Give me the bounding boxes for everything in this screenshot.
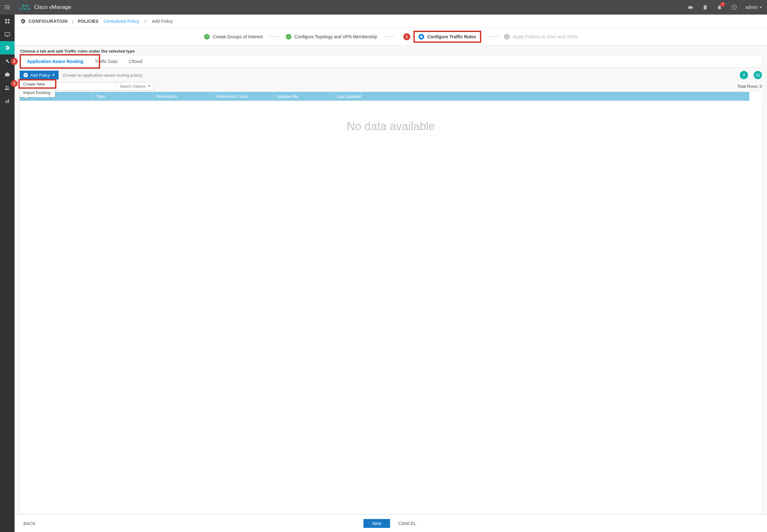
sidebar-item-monitor[interactable]	[0, 28, 15, 41]
breadcrumb-current: Add Policy	[152, 19, 173, 24]
dropdown-create-new[interactable]: Create New	[20, 80, 55, 88]
th-description[interactable]: Description	[153, 92, 213, 101]
th-type[interactable]: Type	[92, 92, 153, 101]
policy-table: Name Type Description Reference Count Up…	[20, 92, 762, 514]
svg-rect-0	[4, 5, 10, 6]
cancel-button[interactable]: CANCEL	[397, 521, 419, 526]
gear-icon	[20, 18, 26, 24]
tab-traffic-data[interactable]: Traffic Data	[89, 56, 123, 67]
sidebar-item-dashboard[interactable]	[0, 15, 15, 28]
svg-rect-18	[756, 75, 760, 75]
callout-2: 2	[11, 58, 18, 65]
content-area: CONFIGURATION | POLICIES Centralized Pol…	[15, 15, 767, 532]
caret-down-icon	[759, 7, 762, 8]
tab-application-aware-routing[interactable]: Application Aware Routing	[21, 56, 89, 67]
cloud-icon[interactable]	[687, 4, 694, 10]
tab-cflowd[interactable]: Cflowd	[123, 56, 148, 67]
svg-rect-4	[8, 19, 10, 21]
total-rows-label: Total Rows: 0	[737, 84, 762, 89]
th-updated-by[interactable]: Updated By	[273, 92, 333, 101]
search-row: Search Options Total Rows: 0	[15, 79, 767, 92]
svg-rect-1	[4, 7, 10, 8]
svg-point-10	[8, 86, 9, 88]
svg-point-16	[506, 36, 507, 37]
th-last-updated[interactable]: Last Updated	[333, 92, 749, 101]
bell-icon[interactable]: 7	[716, 4, 723, 10]
search-options-toggle[interactable]: Search Options	[116, 82, 154, 90]
svg-rect-11	[5, 101, 6, 103]
svg-rect-13	[8, 99, 9, 103]
product-name: Cisco vManage	[34, 4, 71, 10]
toolbar-hint: (Create an application-aware routing pol…	[62, 73, 142, 78]
check-icon	[286, 34, 291, 40]
svg-rect-7	[5, 33, 10, 36]
th-scroll-gutter	[749, 92, 762, 101]
caret-down-icon	[52, 74, 55, 76]
sidebar-item-analytics[interactable]	[0, 94, 15, 108]
back-button[interactable]: BACK	[23, 521, 35, 526]
wizard-step-1[interactable]: Create Groups of Interest	[204, 34, 263, 40]
svg-rect-2	[4, 9, 10, 9]
add-policy-button[interactable]: + Add Policy	[20, 71, 59, 79]
svg-rect-17	[756, 74, 760, 74]
wizard-steps: Create Groups of Interest Configure Topo…	[15, 28, 767, 46]
hamburger-menu[interactable]	[0, 0, 15, 15]
dropdown-import-existing[interactable]: Import Existing	[20, 88, 55, 97]
pending-step-icon	[504, 34, 510, 40]
wizard-step-3[interactable]: Configure Traffic Rules	[414, 31, 481, 43]
current-step-icon	[419, 34, 424, 40]
add-policy-dropdown: Create New Import Existing	[20, 79, 55, 97]
svg-rect-3	[5, 19, 7, 21]
breadcrumb-sep: >	[144, 19, 147, 24]
left-sidebar	[0, 0, 15, 532]
sidebar-item-configuration[interactable]	[0, 41, 15, 54]
refresh-button[interactable]	[740, 71, 748, 79]
caret-down-icon	[148, 85, 150, 87]
page-header: CONFIGURATION | POLICIES Centralized Pol…	[15, 15, 767, 28]
wizard-step-2[interactable]: Configure Topology and VPN Membership	[286, 34, 377, 40]
topbar: ·ı|ı·ı|ı· cisco Cisco vManage 7 ?	[15, 0, 767, 15]
traffic-rules-tabs: Application Aware Routing Traffic Data C…	[20, 55, 762, 67]
next-button[interactable]: Next	[363, 519, 390, 528]
svg-text:?: ?	[733, 6, 735, 9]
policy-toolbar: + Add Policy 3 Create New Import Existin…	[15, 67, 767, 79]
columns-button[interactable]	[754, 71, 762, 79]
th-reference-count[interactable]: Reference Count	[213, 92, 273, 101]
svg-rect-19	[756, 76, 760, 76]
callout-3: 3	[11, 80, 18, 87]
clipboard-icon[interactable]	[702, 4, 708, 10]
svg-rect-6	[8, 22, 10, 23]
section-title: POLICIES	[78, 19, 98, 24]
table-header: Name Type Description Reference Count Up…	[20, 92, 762, 101]
instruction-text: Choose a tab and add Traffic rules under…	[15, 46, 767, 55]
svg-rect-5	[5, 22, 7, 23]
logo-block: ·ı|ı·ı|ı· cisco Cisco vManage	[20, 4, 71, 10]
user-name: admin	[745, 5, 757, 10]
callout-1: 1	[403, 33, 410, 40]
plus-icon: +	[23, 73, 28, 77]
svg-point-9	[6, 86, 7, 88]
user-menu[interactable]: admin	[745, 5, 762, 10]
sidebar-item-maintenance[interactable]	[0, 68, 15, 81]
help-icon[interactable]: ?	[731, 4, 737, 10]
wizard-footer: BACK Next CANCEL	[15, 514, 767, 532]
config-title: CONFIGURATION	[29, 19, 68, 24]
notification-badge: 7	[720, 2, 725, 7]
wizard-step-4[interactable]: Apply Policies to Sites and VPNs	[504, 34, 578, 40]
cisco-logo: ·ı|ı·ı|ı· cisco	[20, 4, 31, 10]
svg-rect-12	[7, 100, 8, 103]
add-policy-label: Add Policy	[30, 73, 50, 78]
breadcrumb-link[interactable]: Centralized Policy	[104, 19, 139, 24]
no-data-message: No data available	[20, 101, 762, 514]
svg-rect-8	[6, 36, 8, 37]
check-icon	[204, 34, 210, 40]
